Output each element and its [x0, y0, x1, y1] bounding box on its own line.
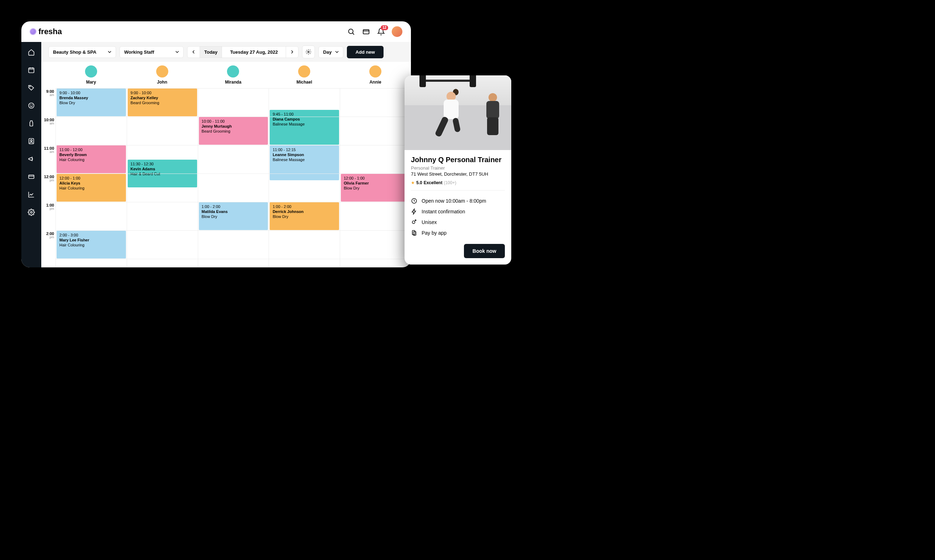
next-day-button[interactable]	[286, 46, 298, 58]
event-time: 12:00 - 1:00	[344, 176, 407, 180]
event-client: Mary Lee Fisher	[59, 238, 123, 242]
staff-avatar	[156, 65, 168, 77]
sidebar-home-icon[interactable]	[28, 48, 35, 56]
svg-rect-3	[29, 68, 34, 72]
calendar: MaryJohnMirandaMichaelAnnie 9:00am10:00a…	[41, 62, 411, 268]
svg-point-7	[29, 86, 30, 87]
staff-header[interactable]: Annie	[340, 62, 411, 88]
calendar-event[interactable]: 12:00 - 1:00Olivia FarmerBlow Dry	[341, 174, 410, 202]
hour-line	[56, 88, 411, 89]
time-column: 9:00am10:00am11:00am12:00pm1:00pm2:00pm	[41, 88, 56, 268]
svg-line-1	[353, 33, 354, 34]
location-label: Beauty Shop & SPA	[53, 49, 96, 55]
sidebar-chart-icon[interactable]	[28, 191, 35, 198]
card-address: 71 West Street, Dorchester, DT7 5UH	[411, 171, 505, 177]
date-navigator: Today Tuesday 27 Aug, 2022	[187, 46, 298, 58]
calendar-column[interactable]: 12:00 - 1:00Olivia FarmerBlow Dry	[340, 88, 411, 268]
view-label: Day	[323, 49, 332, 55]
staff-avatar	[227, 65, 239, 77]
staff-name: Michael	[296, 80, 312, 85]
prev-day-button[interactable]	[188, 46, 200, 58]
event-client: Derrick Johnson	[273, 209, 336, 214]
calendar-column[interactable]: 9:00 - 10:00Zachary KelleyBeard Grooming…	[127, 88, 198, 268]
svg-rect-13	[29, 175, 34, 178]
calendar-event[interactable]: 9:00 - 10:00Zachary KelleyBeard Grooming	[128, 89, 197, 116]
calendar-event[interactable]: 9:45 - 11:00Diana CamposBalinese Massage	[270, 110, 339, 145]
notification-badge: 12	[381, 25, 388, 30]
sidebar-tag-icon[interactable]	[28, 84, 35, 92]
time-label: 2:00pm	[46, 232, 54, 239]
calendar-column[interactable]: 9:00 - 10:00Brenda MasseyBlow Dry11:00 -…	[56, 88, 127, 268]
sidebar-card-icon[interactable]	[28, 173, 35, 181]
calendar-event[interactable]: 11:00 - 12:15Leanne SimpsonBalinese Mass…	[270, 145, 339, 180]
event-time: 9:00 - 10:00	[131, 91, 194, 95]
calendar-event[interactable]: 9:00 - 10:00Brenda MasseyBlow Dry	[57, 89, 126, 116]
staff-header[interactable]: John	[127, 62, 198, 88]
sidebar-settings-icon[interactable]	[28, 208, 35, 216]
time-label: 9:00am	[46, 89, 54, 97]
calendar-event[interactable]: 11:00 - 12:00Beverly BrownHair Colouring	[57, 145, 126, 173]
staff-header[interactable]: Michael	[268, 62, 340, 88]
chevron-left-icon	[192, 50, 195, 54]
chevron-down-icon	[335, 50, 339, 54]
sidebar-user-icon[interactable]	[28, 137, 35, 145]
calendar-columns: 9:00 - 10:00Brenda MasseyBlow Dry11:00 -…	[56, 88, 411, 268]
staff-dropdown[interactable]: Working Staff	[120, 46, 184, 58]
event-time: 2:00 - 3:00	[59, 233, 123, 237]
svg-point-10	[32, 105, 32, 105]
view-dropdown[interactable]: Day	[318, 46, 343, 58]
add-new-label: Add new	[355, 49, 375, 55]
event-time: 9:00 - 10:00	[59, 91, 123, 95]
notifications-icon[interactable]: 12	[377, 28, 385, 36]
sidebar	[22, 42, 41, 268]
location-dropdown[interactable]: Beauty Shop & SPA	[48, 46, 116, 58]
event-time: 1:00 - 2:00	[202, 205, 265, 209]
wallet-icon[interactable]	[362, 28, 370, 36]
sidebar-bottle-icon[interactable]	[28, 120, 35, 127]
event-time: 11:00 - 12:00	[59, 148, 123, 152]
calendar-event[interactable]: 1:00 - 2:00Matilda EvansBlow Dry	[199, 202, 268, 230]
card-rating: ★ 5.0 Excellent (100+)	[411, 180, 505, 185]
event-client: Jenny Murtaugh	[202, 124, 265, 128]
event-service: Beard Grooming	[202, 129, 265, 133]
calendar-event[interactable]: 1:00 - 2:00Derrick JohnsonBlow Dry	[270, 202, 339, 230]
today-button[interactable]: Today	[200, 46, 222, 58]
sidebar-calendar-icon[interactable]	[28, 66, 35, 74]
feature-unisex-text: Unisex	[421, 219, 437, 225]
staff-header[interactable]: Mary	[56, 62, 127, 88]
staff-avatar	[369, 65, 381, 77]
hour-line	[56, 202, 411, 202]
book-now-button[interactable]: Book now	[464, 244, 505, 258]
calendar-event[interactable]: 2:00 - 3:00Mary Lee FisherHair Colouring	[57, 231, 126, 258]
event-service: Balinese Massage	[273, 122, 336, 126]
feature-pay: Pay by app	[411, 228, 505, 238]
bolt-icon	[411, 208, 417, 215]
staff-header-row: MaryJohnMirandaMichaelAnnie	[41, 62, 411, 88]
calendar-event[interactable]: 12:00 - 1:00Alicia KeysHair Colouring	[57, 174, 126, 202]
rating-count: (100+)	[444, 180, 456, 185]
svg-point-9	[30, 105, 31, 105]
calendar-column[interactable]: 10:00 - 11:00Jenny MurtaughBeard Groomin…	[198, 88, 269, 268]
hour-line	[56, 259, 411, 259]
current-date[interactable]: Tuesday 27 Aug, 2022	[222, 46, 286, 58]
calendar-event[interactable]: 10:00 - 11:00Jenny MurtaughBeard Groomin…	[199, 117, 268, 145]
add-new-button[interactable]: Add new	[347, 46, 383, 58]
event-time: 1:00 - 2:00	[273, 205, 336, 209]
calendar-settings-button[interactable]	[302, 46, 315, 58]
staff-header[interactable]: Miranda	[198, 62, 269, 88]
sidebar-smile-icon[interactable]	[28, 102, 35, 109]
logo[interactable]: fresha	[30, 27, 62, 36]
main-content: Beauty Shop & SPA Working Staff Today Tu…	[41, 42, 411, 268]
sidebar-megaphone-icon[interactable]	[28, 155, 35, 163]
event-service: Hair Colouring	[59, 157, 123, 162]
unisex-icon	[411, 219, 417, 225]
search-icon[interactable]	[347, 28, 355, 36]
event-service: Balinese Massage	[273, 157, 336, 162]
calendar-column[interactable]: 9:45 - 11:00Diana CamposBalinese Massage…	[268, 88, 340, 268]
time-label: 1:00pm	[46, 203, 54, 211]
chevron-down-icon	[175, 50, 179, 54]
rating-score: 5.0	[416, 180, 422, 185]
time-label: 12:00pm	[44, 175, 54, 182]
event-service: Beard Grooming	[131, 101, 194, 105]
user-avatar[interactable]	[392, 26, 403, 37]
